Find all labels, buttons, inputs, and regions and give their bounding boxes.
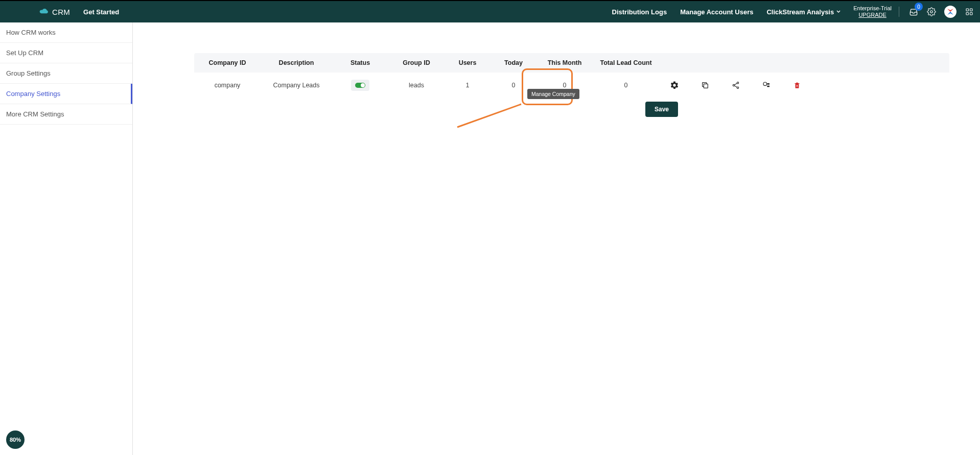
- copy-icon[interactable]: [690, 81, 720, 89]
- cell-total-lead-count: 0: [593, 82, 659, 89]
- header-icons: 0: [908, 6, 974, 18]
- inbox-badge: 0: [915, 3, 923, 11]
- main-content: Company ID Description Status Group ID U…: [133, 22, 980, 455]
- svg-point-6: [733, 84, 734, 86]
- logo[interactable]: CRM: [39, 8, 70, 16]
- sidebar-item-group-settings[interactable]: Group Settings: [0, 63, 132, 84]
- svg-rect-4: [704, 84, 708, 88]
- th-today: Today: [491, 59, 536, 66]
- status-toggle[interactable]: [351, 80, 369, 91]
- svg-rect-2: [966, 13, 969, 15]
- divider: [899, 7, 899, 17]
- svg-rect-0: [966, 9, 969, 11]
- upgrade-link[interactable]: UPGRADE: [858, 12, 886, 18]
- save-button[interactable]: Save: [645, 102, 678, 117]
- th-description: Description: [261, 59, 332, 66]
- progress-indicator[interactable]: 80%: [6, 430, 25, 449]
- nav-distribution-logs[interactable]: Distribution Logs: [612, 8, 667, 16]
- svg-line-10: [457, 104, 521, 127]
- nav-clickstream[interactable]: ClickStream Analysis: [766, 8, 841, 16]
- logo-text: CRM: [52, 8, 70, 16]
- get-started-link[interactable]: Get Started: [83, 8, 119, 16]
- th-total-lead-count: Total Lead Count: [593, 59, 659, 66]
- th-status: Status: [332, 59, 388, 66]
- delete-icon[interactable]: [782, 81, 812, 89]
- cell-users: 1: [445, 82, 491, 89]
- svg-rect-3: [970, 13, 973, 15]
- cell-group-id: leads: [388, 82, 445, 89]
- share-icon[interactable]: [720, 81, 751, 89]
- settings-icon[interactable]: [927, 7, 936, 16]
- manage-company-tooltip: Manage Company: [527, 89, 579, 99]
- table-header: Company ID Description Status Group ID U…: [194, 53, 949, 73]
- sidebar-item-how-crm-works[interactable]: How CRM works: [0, 22, 132, 43]
- apps-grid-icon[interactable]: [965, 7, 974, 16]
- trial-info: Enterprise-Trial UPGRADE: [853, 5, 892, 18]
- cell-status: [332, 80, 388, 91]
- trial-label: Enterprise-Trial: [853, 5, 892, 12]
- annotation-arrow: [455, 99, 542, 130]
- inbox-icon[interactable]: 0: [908, 7, 919, 17]
- header-nav: Distribution Logs Manage Account Users C…: [612, 8, 842, 16]
- svg-point-7: [737, 87, 738, 88]
- svg-point-5: [737, 82, 738, 84]
- nav-manage-account-users[interactable]: Manage Account Users: [680, 8, 753, 16]
- sidebar: How CRM works Set Up CRM Group Settings …: [0, 22, 133, 455]
- cell-this-month: 0: [536, 82, 593, 89]
- sidebar-item-more-crm-settings[interactable]: More CRM Settings: [0, 104, 132, 125]
- th-users: Users: [445, 59, 491, 66]
- sidebar-item-company-settings[interactable]: Company Settings: [0, 84, 132, 104]
- cell-description: Company Leads: [261, 82, 332, 89]
- cell-today: 0: [491, 82, 536, 89]
- zoho-avatar[interactable]: [944, 6, 956, 18]
- sidebar-item-set-up-crm[interactable]: Set Up CRM: [0, 43, 132, 63]
- svg-rect-1: [970, 9, 973, 11]
- nav-clickstream-label: ClickStream Analysis: [766, 8, 834, 16]
- cloud-icon: [39, 8, 49, 16]
- th-this-month: This Month: [536, 59, 593, 66]
- badge-icon[interactable]: [751, 81, 782, 89]
- svg-rect-9: [767, 86, 769, 87]
- chevron-down-icon: [836, 8, 841, 16]
- app-header: CRM Get Started Distribution Logs Manage…: [0, 0, 980, 22]
- cell-company-id: company: [194, 82, 261, 89]
- th-group-id: Group ID: [388, 59, 445, 66]
- manage-company-gear-icon[interactable]: [659, 81, 690, 90]
- th-company-id: Company ID: [194, 59, 261, 66]
- svg-rect-8: [767, 83, 769, 85]
